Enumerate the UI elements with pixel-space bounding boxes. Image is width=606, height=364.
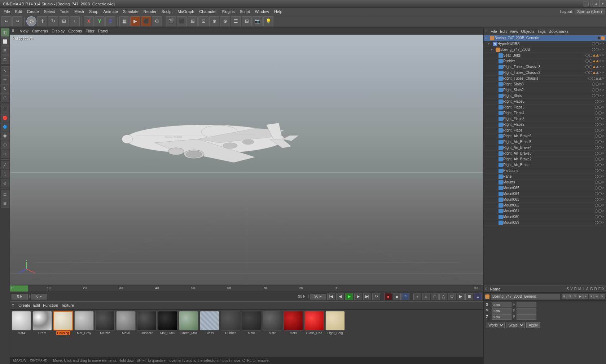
lt-tool-1[interactable]: ↖: [1, 66, 9, 75]
tree-row-m059[interactable]: ▾Mount059✕: [484, 220, 606, 226]
tree-row-rab2[interactable]: ▾Right_Air_Brake2✕: [484, 156, 606, 162]
material-mat-gray[interactable]: Mat_Gray: [74, 311, 94, 335]
tb-btn-10[interactable]: ⊗: [220, 16, 230, 26]
tree-row-rf5[interactable]: ▾Right_Flaps5✕: [484, 105, 606, 110]
tree-row-mounts[interactable]: ▾Mounts✕: [484, 179, 606, 185]
y-position-field[interactable]: [492, 308, 511, 314]
redo-button[interactable]: ↪: [12, 16, 22, 26]
tree-row-m065[interactable]: ▾Mount065✕: [484, 185, 606, 191]
frame-offset-field[interactable]: [31, 294, 47, 299]
vp-arrow-up[interactable]: ▲: [593, 0, 600, 7]
material-metal[interactable]: Metal: [116, 311, 136, 335]
x-position-field[interactable]: [492, 302, 511, 307]
tree-row-m064[interactable]: ▾Mount064✕: [484, 191, 606, 197]
object-name-field[interactable]: [491, 294, 560, 299]
obj-menu-objects[interactable]: Objects: [521, 29, 534, 34]
menu-snap[interactable]: Snap: [87, 9, 101, 14]
tree-row-m063[interactable]: ▾Mount063✕: [484, 197, 606, 203]
vp-menu-panel[interactable]: Panel: [98, 29, 108, 33]
prev-frame-button[interactable]: ◀: [336, 293, 344, 300]
obj-menu-bookmarks[interactable]: Bookmarks: [549, 29, 568, 34]
obj-menu-edit[interactable]: Edit: [500, 29, 507, 34]
next-frame-button[interactable]: ▶: [354, 293, 362, 300]
b-render[interactable]: [596, 48, 599, 51]
material-mat4[interactable]: Mat4: [12, 311, 31, 335]
material-metal2[interactable]: Metal2: [95, 311, 115, 335]
obj-menu-view[interactable]: View: [510, 29, 518, 34]
material-rubber[interactable]: Rubber: [221, 311, 240, 335]
material-light-beig[interactable]: Light_Beig: [325, 311, 345, 335]
lt-obj-6[interactable]: ⊙: [1, 150, 9, 158]
transport-grid[interactable]: ⊞: [465, 293, 473, 300]
tb-btn-12[interactable]: ⊞: [242, 16, 252, 26]
render-region[interactable]: ▦: [119, 16, 129, 26]
tree-row-rtc2[interactable]: ▾ Right_Tubes_Chassis2 ✕ ✕: [484, 70, 606, 76]
tree-row-m061[interactable]: ▾Mount061✕: [484, 208, 606, 214]
tree-row-hypernurbs[interactable]: ▾ N HyperNURBS ✓ ✕: [484, 41, 606, 47]
material-mat8[interactable]: Mat8: [242, 311, 261, 335]
material-green-mat[interactable]: Green_Mat: [179, 311, 198, 335]
menu-simulate[interactable]: Simulate: [121, 9, 141, 14]
obj-menu-file[interactable]: File: [491, 29, 497, 34]
tree-row-root[interactable]: ▾ Boeing_747_200B_Generic: [484, 35, 606, 41]
tree-row-rab4[interactable]: ▾Right_Air_Brake4✕: [484, 145, 606, 151]
tree-row-rab5[interactable]: ▾Right_Air_Brake5✕: [484, 139, 606, 145]
lt-obj-1[interactable]: ⬛: [1, 105, 9, 113]
vp-menu-options[interactable]: Options: [68, 29, 82, 33]
obj-icon-2[interactable]: ⊡: [567, 294, 572, 299]
material-hrom[interactable]: Hrom: [32, 311, 52, 335]
vp-menu-display[interactable]: Display: [52, 29, 65, 33]
menu-select[interactable]: Select: [42, 9, 57, 14]
go-end-button[interactable]: ▶|: [363, 293, 371, 300]
tree-row-rf4[interactable]: ▾Right_Flaps4✕: [484, 110, 606, 116]
tree-row-rf6[interactable]: ▾Right_Flaps6✕: [484, 99, 606, 105]
tree-row-rtc[interactable]: ▾ Right_Tubes_Chassis ✕: [484, 76, 606, 81]
add-tool[interactable]: +: [70, 16, 80, 26]
world-select[interactable]: World: [486, 322, 505, 328]
stop-button[interactable]: ■: [393, 293, 401, 300]
lt-obj-3[interactable]: 🔷: [1, 123, 9, 131]
menu-help[interactable]: Help: [272, 9, 285, 14]
lt-obj-4[interactable]: ⬟: [1, 132, 9, 140]
scale-select[interactable]: Scale: [506, 322, 525, 328]
b-scale-field[interactable]: [517, 314, 536, 320]
transport-sq[interactable]: □: [431, 293, 439, 300]
tree-row-rab6[interactable]: ▾Right_Air_Brake6✕: [484, 133, 606, 139]
obj-icon-6[interactable]: ▼: [589, 294, 594, 299]
transport-circ[interactable]: ○: [422, 293, 430, 300]
lt-tool-4[interactable]: ⊞: [1, 93, 9, 102]
tree-row-m060[interactable]: ▾Mount060✕: [484, 214, 606, 220]
menu-animate[interactable]: Animate: [101, 9, 120, 14]
obj-icon-4[interactable]: ▶: [578, 294, 583, 299]
go-start-button[interactable]: |◀: [327, 293, 335, 300]
h-scale-field[interactable]: [517, 302, 536, 307]
select-tool[interactable]: ◎: [26, 16, 36, 26]
lt-mode-1[interactable]: ◧: [1, 28, 9, 37]
apply-button[interactable]: Apply: [526, 322, 540, 328]
tree-row-m062[interactable]: ▾Mount062✕: [484, 203, 606, 208]
tb-btn-7[interactable]: ⊞: [188, 16, 198, 26]
material-housing[interactable]: Housing: [53, 311, 73, 335]
tree-row-rudder[interactable]: ▾ Rudder ✕ ✕: [484, 58, 606, 64]
tb-btn-6[interactable]: ⬛: [177, 16, 187, 26]
obj-icon-8[interactable]: ✕: [600, 294, 605, 299]
lt-mode-4[interactable]: ⊡: [1, 55, 9, 64]
x-axis[interactable]: X: [84, 16, 94, 26]
lt-edit-3[interactable]: ⊕: [1, 179, 9, 187]
lt-edit-1[interactable]: ╱: [1, 161, 9, 169]
tb-btn-5[interactable]: 🎬: [166, 16, 176, 26]
rotate-tool[interactable]: ↻: [48, 16, 58, 26]
menu-edit[interactable]: Edit: [13, 9, 24, 14]
lt-snap-2[interactable]: ⊞: [1, 199, 9, 208]
render-settings[interactable]: ⚙: [152, 16, 162, 26]
vp-arrow-down[interactable]: ▼: [600, 0, 606, 7]
menu-mesh[interactable]: Mesh: [72, 9, 86, 14]
object-tree[interactable]: ▾ Boeing_747_200B_Generic ▾ N HyperNURBS: [484, 35, 606, 285]
render-active[interactable]: ▶: [130, 16, 140, 26]
menu-plugins[interactable]: Plugins: [220, 9, 237, 14]
tree-row-rs[interactable]: ▾ Right_Slats ✕ ✕: [484, 93, 606, 99]
current-frame-field[interactable]: [12, 294, 28, 299]
record-button[interactable]: ●: [384, 293, 392, 300]
lt-edit-2[interactable]: ⤵: [1, 170, 9, 178]
tree-row-rf2[interactable]: ▾Right_Flaps2✕: [484, 122, 606, 128]
